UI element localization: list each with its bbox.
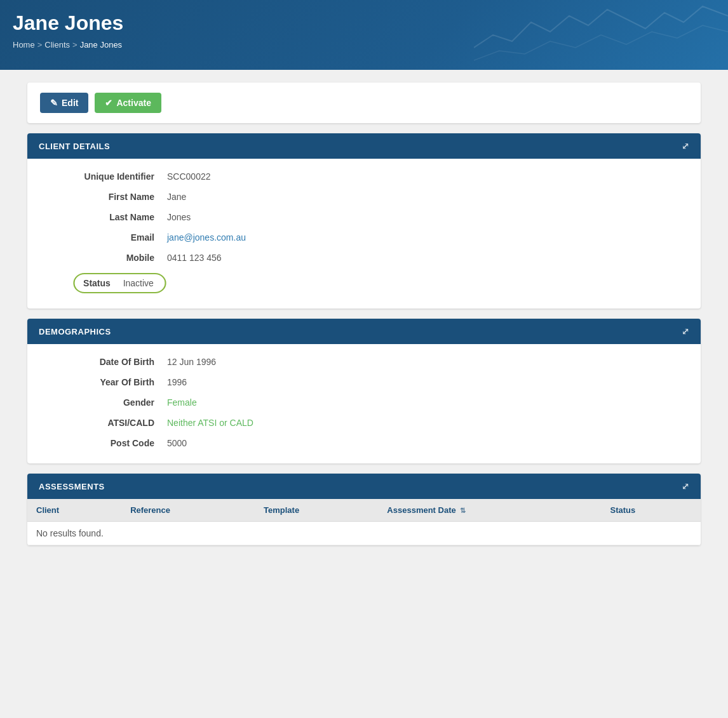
label-last-name: Last Name (40, 212, 167, 222)
label-dob: Date Of Birth (40, 357, 167, 367)
label-atsi-cald: ATSI/CALD (40, 418, 167, 428)
assessments-header-row: Client Reference Template Assessment Dat… (27, 499, 701, 522)
value-dob: 12 Jun 1996 (167, 357, 216, 367)
col-client: Client (27, 499, 121, 522)
col-assessment-date[interactable]: Assessment Date ⇅ (378, 499, 601, 522)
label-unique-identifier: Unique Identifier (40, 171, 167, 182)
field-mobile: Mobile 0411 123 456 (40, 253, 688, 263)
col-client-label: Client (36, 505, 59, 515)
breadcrumb: Home > Clients > Jane Jones (13, 40, 715, 50)
label-gender: Gender (40, 397, 167, 408)
value-yob: 1996 (167, 377, 187, 387)
no-results-row: No results found. (27, 522, 701, 545)
page-title: Jane Jones (13, 11, 715, 35)
assessments-title: ASSESSMENTS (39, 482, 105, 491)
value-gender: Female (167, 397, 197, 408)
breadcrumb-current: Jane Jones (80, 40, 123, 50)
check-icon: ✔ (105, 98, 112, 108)
sort-icon: ⇅ (460, 507, 466, 515)
expand-icon[interactable]: ⤢ (682, 141, 690, 151)
page-header: Jane Jones Home > Clients > Jane Jones (0, 0, 728, 70)
field-gender: Gender Female (40, 397, 688, 408)
assessments-body: Client Reference Template Assessment Dat… (27, 499, 701, 545)
label-status: Status (83, 278, 116, 288)
value-mobile: 0411 123 456 (167, 253, 222, 263)
assessments-expand-icon[interactable]: ⤢ (682, 481, 690, 491)
demographics-header: DEMOGRAPHICS ⤢ (27, 319, 701, 344)
value-postcode: 5000 (167, 438, 187, 448)
field-unique-identifier: Unique Identifier SCC00022 (40, 171, 688, 182)
value-email: jane@jones.com.au (167, 232, 246, 243)
field-dob: Date Of Birth 12 Jun 1996 (40, 357, 688, 367)
assessments-table-body: No results found. (27, 522, 701, 545)
field-atsi-cald: ATSI/CALD Neither ATSI or CALD (40, 418, 688, 428)
assessments-table-head: Client Reference Template Assessment Dat… (27, 499, 701, 522)
col-template: Template (255, 499, 378, 522)
demographics-card: DEMOGRAPHICS ⤢ Date Of Birth 12 Jun 1996… (27, 319, 701, 463)
pencil-icon: ✎ (50, 98, 58, 108)
label-mobile: Mobile (40, 253, 167, 263)
assessments-card: ASSESSMENTS ⤢ Client Reference Template (27, 474, 701, 545)
value-first-name: Jane (167, 192, 186, 202)
col-status-label: Status (610, 505, 636, 515)
field-postcode: Post Code 5000 (40, 438, 688, 448)
client-details-title: CLIENT DETAILS (39, 142, 110, 151)
field-last-name: Last Name Jones (40, 212, 688, 222)
no-results-text: No results found. (27, 522, 701, 545)
col-template-label: Template (264, 505, 299, 515)
main-content: ✎ Edit ✔ Activate CLIENT DETAILS ⤢ Uniqu… (15, 70, 713, 568)
label-email: Email (40, 232, 167, 243)
field-yob: Year Of Birth 1996 (40, 377, 688, 387)
demographics-body: Date Of Birth 12 Jun 1996 Year Of Birth … (27, 344, 701, 463)
breadcrumb-sep-1: > (37, 40, 43, 50)
assessments-table: Client Reference Template Assessment Dat… (27, 499, 701, 545)
client-details-body: Unique Identifier SCC00022 First Name Ja… (27, 159, 701, 309)
label-postcode: Post Code (40, 438, 167, 448)
field-first-name: First Name Jane (40, 192, 688, 202)
status-highlight: Status Inactive (73, 273, 166, 293)
col-assessment-date-label: Assessment Date (387, 505, 455, 515)
assessments-header: ASSESSMENTS ⤢ (27, 474, 701, 499)
toolbar-card: ✎ Edit ✔ Activate (27, 83, 701, 123)
col-reference-label: Reference (130, 505, 170, 515)
edit-button[interactable]: ✎ Edit (40, 93, 88, 113)
field-email: Email jane@jones.com.au (40, 232, 688, 243)
demographics-expand-icon[interactable]: ⤢ (682, 326, 690, 336)
activate-button[interactable]: ✔ Activate (95, 93, 161, 113)
activate-label: Activate (116, 98, 151, 108)
value-atsi-cald: Neither ATSI or CALD (167, 418, 253, 428)
field-status: Status Inactive (40, 273, 688, 293)
client-details-header: CLIENT DETAILS ⤢ (27, 133, 701, 159)
client-details-card: CLIENT DETAILS ⤢ Unique Identifier SCC00… (27, 133, 701, 309)
breadcrumb-home[interactable]: Home (13, 40, 35, 50)
edit-label: Edit (62, 98, 78, 108)
demographics-title: DEMOGRAPHICS (39, 327, 111, 336)
value-status: Inactive (123, 278, 153, 288)
col-status: Status (602, 499, 701, 522)
value-last-name: Jones (167, 212, 191, 222)
breadcrumb-sep-2: > (72, 40, 78, 50)
col-reference: Reference (121, 499, 255, 522)
label-yob: Year Of Birth (40, 377, 167, 387)
breadcrumb-clients[interactable]: Clients (44, 40, 70, 50)
label-first-name: First Name (40, 192, 167, 202)
value-unique-identifier: SCC00022 (167, 171, 211, 182)
